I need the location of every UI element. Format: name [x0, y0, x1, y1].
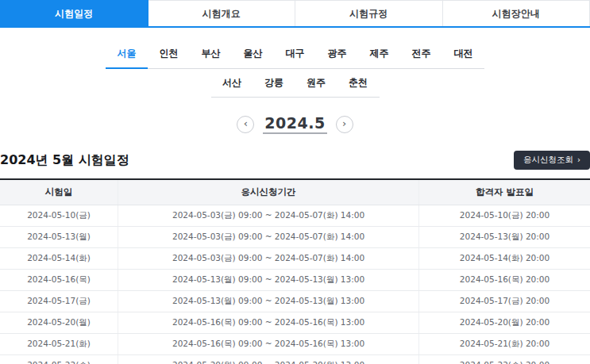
table-row: 2024-05-22(수) 2024-05-20(월) 09:00 ~ 2024… — [0, 355, 590, 364]
result-date-cell: 2024-05-16(목) 20:00 — [419, 270, 590, 291]
chevron-left-icon: ‹ — [244, 118, 248, 128]
application-lookup-button[interactable]: 응시신청조회 › — [514, 151, 590, 170]
application-period-cell: 2024-05-03(금) 09:00 ~ 2024-05-07(화) 14:0… — [118, 205, 419, 227]
application-period-cell: 2024-05-13(월) 09:00 ~ 2024-05-13(월) 13:0… — [118, 270, 419, 291]
exam-date-cell: 2024-05-20(월) — [0, 312, 118, 334]
city-row-2: 서산 강릉 원주 춘천 — [0, 73, 590, 98]
exam-date-cell: 2024-05-17(금) — [0, 291, 118, 312]
exam-date-cell: 2024-05-13(월) — [0, 227, 118, 248]
tab-label: 시험규정 — [349, 7, 388, 21]
application-period-cell: 2024-05-03(금) 09:00 ~ 2024-05-07(화) 14:0… — [118, 248, 419, 270]
city-tab[interactable]: 대구 — [274, 44, 316, 68]
city-tab[interactable]: 광주 — [316, 44, 358, 68]
table-header-row: 시험일 응시신청기간 합격자 발표일 — [0, 179, 590, 205]
exam-date-cell: 2024-05-22(수) — [0, 355, 118, 364]
table-row: 2024-05-14(화) 2024-05-03(금) 09:00 ~ 2024… — [0, 248, 590, 270]
month-pager: ‹ 2024.5 › — [0, 114, 590, 134]
city-label: 원주 — [307, 77, 326, 88]
city-label: 제주 — [370, 48, 389, 59]
result-date-cell: 2024-05-21(화) 20:00 — [419, 334, 590, 355]
prev-month-button[interactable]: ‹ — [237, 116, 254, 133]
city-tab[interactable]: 인천 — [148, 44, 190, 68]
city-label: 부산 — [202, 48, 221, 59]
tab[interactable]: 시험규정 — [295, 0, 443, 26]
schedule-table: 시험일 응시신청기간 합격자 발표일 2024-05-10(금) 2024-05… — [0, 178, 590, 364]
city-label: 대구 — [286, 48, 305, 59]
application-period-cell: 2024-05-16(목) 09:00 ~ 2024-05-16(목) 13:0… — [118, 334, 419, 355]
result-date-cell: 2024-05-20(월) 20:00 — [419, 312, 590, 334]
city-label: 서울 — [118, 48, 137, 59]
next-month-button[interactable]: › — [336, 116, 353, 133]
col-header-exam-date: 시험일 — [0, 179, 118, 205]
current-month-label: 2024.5 — [263, 114, 326, 134]
result-date-cell: 2024-05-13(월) 20:00 — [419, 227, 590, 248]
exam-date-cell: 2024-05-16(목) — [0, 270, 118, 291]
application-period-cell: 2024-05-16(목) 09:00 ~ 2024-05-16(목) 13:0… — [118, 312, 419, 334]
result-date-cell: 2024-05-17(금) 20:00 — [419, 291, 590, 312]
city-tab[interactable]: 춘천 — [337, 73, 380, 97]
city-label: 전주 — [412, 48, 431, 59]
city-label: 춘천 — [349, 77, 368, 88]
result-date-cell: 2024-05-10(금) 20:00 — [419, 205, 590, 227]
city-tab[interactable]: 원주 — [295, 73, 337, 97]
application-lookup-label: 응시신청조회 — [523, 155, 573, 166]
tab[interactable]: 시험장안내 — [443, 0, 590, 26]
result-date-cell: 2024-05-14(화) 20:00 — [419, 248, 590, 270]
col-header-result-date: 합격자 발표일 — [419, 179, 590, 205]
col-header-application-period: 응시신청기간 — [118, 179, 419, 205]
result-date-cell: 2024-05-22(수) 20:00 — [419, 355, 590, 364]
city-tab[interactable]: 서산 — [211, 73, 253, 97]
chevron-right-icon: › — [342, 118, 346, 128]
application-period-cell: 2024-05-03(금) 09:00 ~ 2024-05-07(화) 14:0… — [118, 227, 419, 248]
city-tab[interactable]: 제주 — [358, 44, 400, 68]
city-row-1: 서울 인천 부산 울산 대구 광주 — [0, 44, 590, 69]
application-period-cell: 2024-05-13(월) 09:00 ~ 2024-05-13(월) 13:0… — [118, 291, 419, 312]
application-period-cell: 2024-05-20(월) 09:00 ~ 2024-05-20(월) 13:0… — [118, 355, 419, 364]
tab-bar: 시험일정 시험개요 시험규정 시험장안내 — [0, 0, 590, 28]
city-label: 강릉 — [264, 77, 283, 88]
city-label: 울산 — [244, 48, 263, 59]
table-row: 2024-05-17(금) 2024-05-13(월) 09:00 ~ 2024… — [0, 291, 590, 312]
city-label: 서산 — [222, 77, 241, 88]
exam-date-cell: 2024-05-14(화) — [0, 248, 118, 270]
city-tab[interactable]: 울산 — [232, 44, 274, 68]
chevron-right-icon: › — [577, 156, 580, 164]
city-label: 인천 — [160, 48, 179, 59]
tab-label: 시험일정 — [55, 7, 93, 21]
tab-label: 시험장안내 — [492, 7, 540, 21]
city-label: 광주 — [328, 48, 347, 59]
page-title: 2024년 5월 시험일정 — [0, 152, 129, 169]
city-tab[interactable]: 강릉 — [253, 73, 295, 97]
city-tab[interactable]: 서울 — [106, 44, 148, 69]
table-row: 2024-05-13(월) 2024-05-03(금) 09:00 ~ 2024… — [0, 227, 590, 248]
city-tab[interactable]: 전주 — [400, 44, 442, 68]
tab[interactable]: 시험일정 — [0, 0, 148, 26]
table-row: 2024-05-10(금) 2024-05-03(금) 09:00 ~ 2024… — [0, 205, 590, 227]
tab[interactable]: 시험개요 — [148, 0, 296, 26]
exam-date-cell: 2024-05-10(금) — [0, 205, 118, 227]
tab-label: 시험개요 — [202, 7, 241, 21]
city-label: 대전 — [454, 48, 473, 59]
table-row: 2024-05-21(화) 2024-05-16(목) 09:00 ~ 2024… — [0, 334, 590, 355]
table-row: 2024-05-20(월) 2024-05-16(목) 09:00 ~ 2024… — [0, 312, 590, 334]
city-tab[interactable]: 대전 — [442, 44, 484, 68]
exam-date-cell: 2024-05-21(화) — [0, 334, 118, 355]
city-tab[interactable]: 부산 — [190, 44, 232, 68]
section-header: 2024년 5월 시험일정 응시신청조회 › — [0, 151, 590, 170]
table-row: 2024-05-16(목) 2024-05-13(월) 09:00 ~ 2024… — [0, 270, 590, 291]
city-nav: 서울 인천 부산 울산 대구 광주 — [0, 44, 590, 98]
